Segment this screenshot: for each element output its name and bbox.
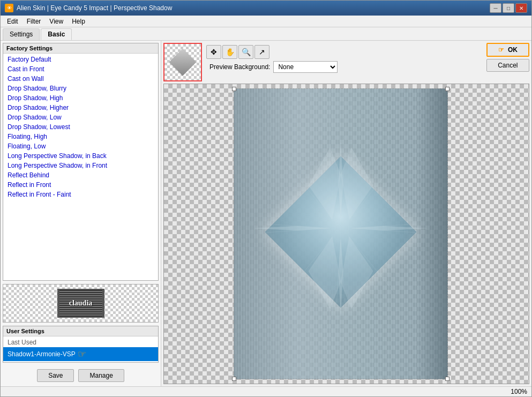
list-item-floating-low[interactable]: Floating, Low	[3, 141, 158, 151]
tab-bar: Settings Basic	[1, 27, 531, 41]
move-tool-button[interactable]: ✥	[206, 45, 221, 59]
thumb-preview-inner	[164, 44, 201, 80]
list-item-reflect-behind[interactable]: Reflect Behind	[3, 170, 158, 180]
list-item-cast-front[interactable]: Cast in Front	[3, 64, 158, 74]
hand-tool-button[interactable]: ✋	[222, 45, 237, 59]
save-button[interactable]: Save	[37, 369, 74, 382]
preview-canvas[interactable]	[163, 84, 529, 384]
preview-bg-row: Preview Background: None White Black Gra…	[209, 61, 338, 73]
list-item-floating-high[interactable]: Floating, High	[3, 132, 158, 141]
list-item-reflect-faint[interactable]: Reflect in Front - Faint	[3, 190, 158, 199]
title-bar: 👁 Alien Skin | Eye Candy 5 Impact | Pers…	[1, 1, 531, 16]
list-item-drop-low[interactable]: Drop Shadow, Low	[3, 113, 158, 122]
last-used-label: Last Used	[3, 338, 158, 347]
preview-image-container	[234, 88, 448, 379]
list-item-drop-lowest[interactable]: Drop Shadow, Lowest	[3, 122, 158, 132]
minimize-button[interactable]: ─	[490, 3, 501, 13]
menu-bar: Edit Filter View Help	[1, 16, 531, 27]
arrow-tool-button[interactable]: ↗	[254, 45, 269, 59]
app-icon: 👁	[5, 4, 13, 12]
svg-marker-16	[341, 148, 373, 220]
list-item-reflect-front[interactable]: Reflect in Front	[3, 180, 158, 190]
toolbar: ✥ ✋ 🔍 ↗	[205, 44, 338, 60]
ok-label: OK	[508, 46, 518, 54]
factory-settings-header: Factory Settings	[3, 43, 158, 54]
list-item-long-front[interactable]: Long Perspective Shadow, in Front	[3, 161, 158, 170]
user-settings-header: User Settings	[3, 326, 158, 336]
preview-top-row: ✥ ✋ 🔍 ↗ Preview Background: None White B…	[163, 43, 529, 81]
window-title: Alien Skin | Eye Candy 5 Impact | Perspe…	[17, 4, 172, 12]
user-settings-list: Last Used Shadow1-Armonie-VSP ☞	[3, 336, 158, 362]
ok-cancel-area: ☞ OK Cancel	[486, 43, 529, 72]
thumb-diamond-shape	[169, 49, 197, 76]
list-item-factory-default[interactable]: Factory Default	[3, 55, 158, 64]
main-window: 👁 Alien Skin | Eye Candy 5 Impact | Pers…	[0, 0, 532, 397]
thumbnail-content: claudia	[57, 289, 104, 318]
factory-settings-section: Factory Settings Factory Default Cast in…	[3, 43, 159, 281]
preview-bg-label: Preview Background:	[209, 63, 270, 71]
svg-marker-17	[309, 148, 341, 220]
zoom-level: 100%	[511, 388, 527, 395]
status-bar: 100%	[1, 386, 531, 396]
bottom-buttons: Save Manage	[1, 365, 161, 386]
manage-button[interactable]: Manage	[78, 369, 124, 382]
svg-marker-19	[309, 237, 341, 309]
factory-settings-list-container[interactable]: Factory Default Cast in Front Cast on Wa…	[3, 54, 158, 280]
user-settings-section: User Settings Last Used Shadow1-Armonie-…	[3, 326, 159, 363]
toolbar-area: ✥ ✋ 🔍 ↗ Preview Background: None White B…	[204, 43, 339, 74]
list-item-drop-blurry[interactable]: Drop Shadow, Blurry	[3, 84, 158, 93]
menu-view[interactable]: View	[45, 17, 68, 26]
tab-basic[interactable]: Basic	[41, 28, 72, 40]
list-item-drop-higher[interactable]: Drop Shadow, Higher	[3, 103, 158, 113]
main-area: Factory Settings Factory Default Cast in…	[1, 41, 531, 386]
tab-settings[interactable]: Settings	[3, 28, 40, 40]
user-setting-selected[interactable]: Shadow1-Armonie-VSP ☞	[3, 347, 158, 361]
left-panel: Factory Settings Factory Default Cast in…	[1, 41, 161, 386]
zoom-tool-button[interactable]: 🔍	[238, 45, 253, 59]
title-bar-left: 👁 Alien Skin | Eye Candy 5 Impact | Pers…	[5, 4, 172, 12]
user-setting-name: Shadow1-Armonie-VSP	[8, 350, 76, 358]
preview-thumbnail	[163, 43, 202, 81]
list-item-drop-high[interactable]: Drop Shadow, High	[3, 93, 158, 103]
window-controls: ─ □ ✕	[490, 3, 527, 13]
svg-marker-15	[255, 226, 329, 230]
list-item-long-back[interactable]: Long Perspective Shadow, in Back	[3, 151, 158, 161]
right-shadow	[416, 88, 448, 379]
thumb-text: claudia	[69, 299, 93, 308]
maximize-button[interactable]: □	[503, 3, 514, 13]
ok-button[interactable]: ☞ OK	[486, 43, 529, 57]
thumb-stripes: claudia	[59, 290, 102, 317]
ok-arrow-icon: ☞	[498, 46, 504, 54]
spike-effect	[250, 137, 432, 319]
svg-marker-18	[341, 237, 373, 309]
close-button[interactable]: ✕	[515, 3, 527, 13]
factory-settings-list: Factory Default Cast in Front Cast on Wa…	[3, 54, 158, 200]
list-thumbnail: claudia	[3, 284, 159, 323]
list-item-cast-wall[interactable]: Cast on Wall	[3, 74, 158, 84]
menu-help[interactable]: Help	[68, 17, 89, 26]
menu-edit[interactable]: Edit	[3, 17, 23, 26]
user-setting-arrow-icon: ☞	[78, 348, 86, 360]
preview-area: ✥ ✋ 🔍 ↗ Preview Background: None White B…	[161, 41, 531, 386]
cancel-button[interactable]: Cancel	[486, 59, 529, 72]
preview-bg-select[interactable]: None White Black Gray	[273, 61, 338, 73]
menu-filter[interactable]: Filter	[23, 17, 46, 26]
